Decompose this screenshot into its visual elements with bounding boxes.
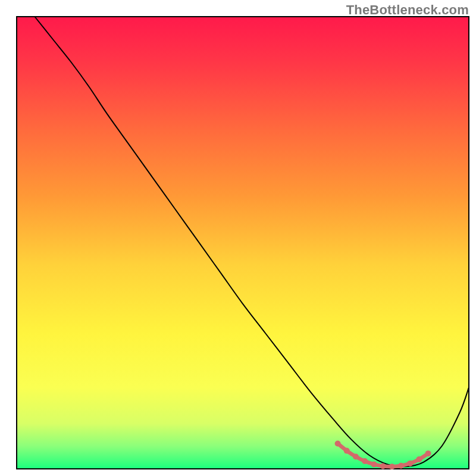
bottleneck-chart: TheBottleneck.com <box>0 0 476 476</box>
optimal-range-dot <box>425 450 431 456</box>
plot-area <box>17 17 469 469</box>
gradient-background <box>17 17 469 469</box>
watermark-text: TheBottleneck.com <box>346 2 469 18</box>
chart-svg <box>0 0 476 476</box>
